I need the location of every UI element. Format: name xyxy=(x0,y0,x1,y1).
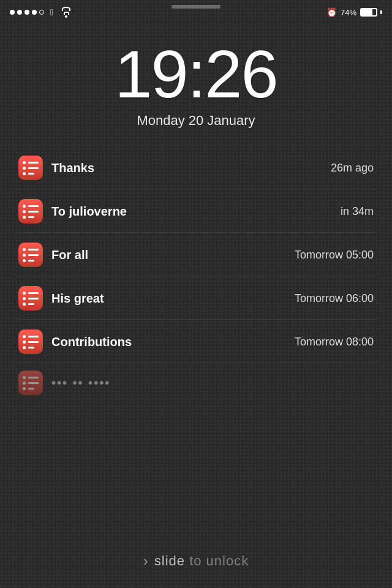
notification-time-4: Tomorrow 08:00 xyxy=(295,336,374,349)
reminders-app-icon-3 xyxy=(18,286,43,311)
chevron-right-icon: › xyxy=(143,552,148,570)
battery-percent: 74% xyxy=(341,8,356,17)
partial-notification-row: ••• •• •••• xyxy=(12,364,380,401)
notch-bar xyxy=(172,5,221,9)
signal-dot-4 xyxy=(32,10,37,15)
notification-item-2[interactable]: For all Tomorrow 05:00 xyxy=(12,234,380,276)
signal-dot-2 xyxy=(17,10,22,15)
clock-section: 19:26 Monday 20 January xyxy=(0,22,392,141)
notification-time-3: Tomorrow 06:00 xyxy=(295,292,374,305)
slide-word: slide xyxy=(154,553,185,568)
status-bar:  ⏰ 74% xyxy=(0,0,392,22)
notification-title-2: For all xyxy=(51,248,288,262)
apple-logo-icon:  xyxy=(50,7,53,17)
status-left:  xyxy=(10,7,70,18)
status-right: ⏰ 74% xyxy=(326,7,382,17)
notification-title-1: To julioverne xyxy=(51,205,334,219)
notification-title-4: Contributions xyxy=(51,335,288,349)
notification-item-3[interactable]: His great Tomorrow 06:00 xyxy=(12,277,380,320)
reminders-app-icon-1 xyxy=(18,199,43,224)
signal-dots xyxy=(10,10,44,15)
notification-time-1: in 34m xyxy=(341,205,374,218)
unlock-text: slide to unlock xyxy=(154,553,249,569)
notification-title-0: Thanks xyxy=(51,161,325,175)
notifications-list: Thanks 26m ago To julioverne in 34m xyxy=(0,141,392,540)
signal-dot-1 xyxy=(10,10,15,15)
notification-item-1[interactable]: To julioverne in 34m xyxy=(12,190,380,233)
reminders-app-icon-partial xyxy=(18,371,43,395)
notification-title-3: His great xyxy=(51,292,288,306)
notification-time-2: Tomorrow 05:00 xyxy=(295,249,374,262)
wifi-icon xyxy=(62,7,70,18)
notification-item-4[interactable]: Contributions Tomorrow 08:00 xyxy=(12,321,380,363)
alarm-icon: ⏰ xyxy=(326,7,337,17)
unlock-bar[interactable]: › slide to unlock xyxy=(0,540,392,588)
signal-dot-5 xyxy=(39,10,44,15)
signal-dot-3 xyxy=(24,10,29,15)
reminders-app-icon-2 xyxy=(18,243,43,267)
date-display: Monday 20 January xyxy=(137,113,255,129)
status-center xyxy=(172,5,221,9)
reminders-app-icon-4 xyxy=(18,330,43,354)
notification-item-0[interactable]: Thanks 26m ago xyxy=(12,147,380,189)
reminders-app-icon-0 xyxy=(18,156,43,180)
battery-icon xyxy=(360,8,382,17)
time-display: 19:26 xyxy=(115,40,277,108)
notification-time-0: 26m ago xyxy=(331,162,374,175)
unlock-rest: to unlock xyxy=(185,553,249,568)
partial-text: ••• •• •••• xyxy=(51,376,110,390)
